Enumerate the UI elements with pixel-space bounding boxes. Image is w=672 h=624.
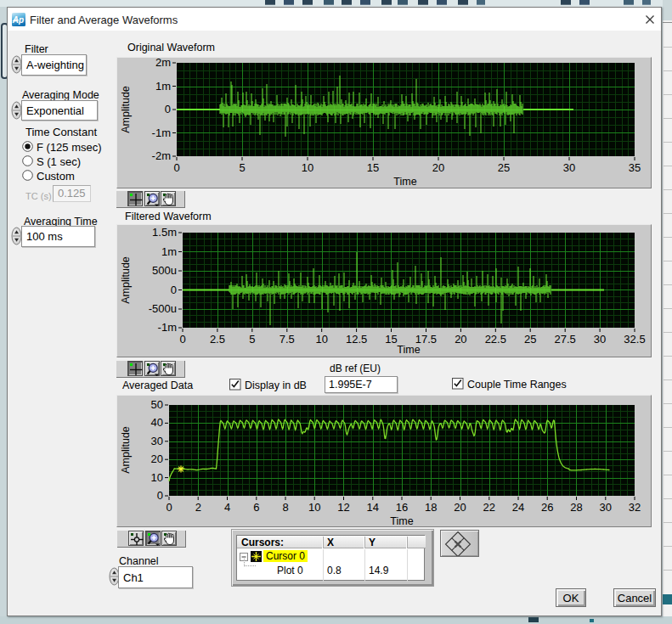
svg-text:10: 10 (308, 501, 320, 514)
svg-text:32.5: 32.5 (624, 333, 645, 346)
svg-text:0: 0 (179, 333, 185, 346)
svg-text:30: 30 (563, 161, 575, 174)
svg-text:35: 35 (629, 161, 641, 174)
svg-text:28: 28 (570, 501, 582, 514)
svg-text:0: 0 (171, 284, 177, 296)
svg-text:Amplitude: Amplitude (120, 256, 132, 304)
svg-text:20: 20 (455, 333, 466, 346)
svg-text:2: 2 (195, 501, 201, 514)
svg-text:1.5m: 1.5m (152, 226, 177, 239)
svg-text:2m: 2m (155, 58, 171, 69)
svg-text:30: 30 (600, 501, 612, 514)
svg-text:12: 12 (337, 501, 349, 514)
svg-text:0: 0 (166, 501, 172, 514)
svg-text:4: 4 (224, 501, 230, 514)
svg-text:18: 18 (425, 501, 437, 514)
svg-text:Amplitude: Amplitude (120, 86, 132, 133)
svg-text:0: 0 (157, 489, 163, 502)
svg-text:10: 10 (302, 161, 313, 174)
svg-text:30: 30 (594, 333, 606, 346)
svg-text:0: 0 (173, 161, 179, 174)
svg-text:22.5: 22.5 (485, 333, 506, 346)
svg-text:1m: 1m (161, 245, 177, 258)
svg-text:10: 10 (315, 333, 327, 346)
svg-text:40: 40 (151, 416, 163, 429)
svg-text:20: 20 (454, 501, 466, 514)
svg-text:25: 25 (498, 161, 510, 174)
svg-text:10: 10 (151, 471, 163, 484)
svg-text:-1m: -1m (152, 126, 171, 139)
svg-text:20: 20 (432, 161, 444, 174)
svg-text:-500u: -500u (149, 302, 177, 315)
svg-text:-2m: -2m (152, 149, 171, 162)
svg-text:Amplitude: Amplitude (120, 426, 132, 474)
svg-text:26: 26 (541, 501, 553, 514)
svg-text:Time: Time (393, 176, 416, 188)
svg-text:16: 16 (396, 501, 408, 514)
svg-text:6: 6 (253, 501, 259, 514)
svg-text:27.5: 27.5 (554, 333, 575, 346)
svg-text:15: 15 (367, 161, 379, 174)
svg-text:12.5: 12.5 (346, 333, 367, 346)
svg-text:5: 5 (249, 333, 255, 346)
svg-text:-1m: -1m (158, 321, 177, 334)
svg-text:500u: 500u (152, 264, 177, 277)
svg-text:Time: Time (397, 344, 420, 356)
svg-text:15: 15 (385, 333, 397, 346)
svg-text:8: 8 (282, 501, 288, 514)
svg-text:2.5: 2.5 (210, 333, 225, 346)
svg-text:14: 14 (367, 501, 379, 514)
svg-text:50: 50 (151, 398, 163, 411)
svg-text:24: 24 (512, 501, 524, 514)
svg-text:Ap: Ap (12, 15, 24, 25)
svg-text:25: 25 (524, 333, 536, 346)
svg-text:32: 32 (629, 501, 641, 514)
svg-text:20: 20 (151, 453, 163, 465)
svg-text:22: 22 (483, 501, 495, 514)
svg-text:0: 0 (165, 103, 171, 115)
svg-text:1m: 1m (155, 80, 171, 93)
svg-text:7.5: 7.5 (280, 333, 295, 346)
svg-text:Time: Time (390, 515, 413, 527)
svg-text:5: 5 (239, 161, 245, 174)
svg-text:30: 30 (151, 435, 163, 447)
